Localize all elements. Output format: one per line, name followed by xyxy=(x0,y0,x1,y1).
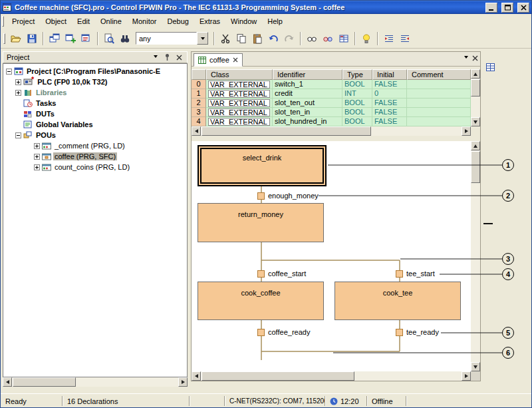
maximize-button[interactable] xyxy=(501,3,513,13)
editor-close-icon[interactable] xyxy=(472,55,478,61)
expand-icon[interactable] xyxy=(34,154,40,160)
expand-icon[interactable] xyxy=(15,90,21,96)
minimize-button[interactable] xyxy=(485,3,497,13)
redo-button[interactable] xyxy=(281,31,297,47)
cell-class[interactable]: VAR_EXTERNAL xyxy=(206,117,273,126)
class-value[interactable]: VAR_EXTERNAL xyxy=(208,99,270,107)
class-value[interactable]: VAR_EXTERNAL xyxy=(208,81,270,89)
tab-close-icon[interactable] xyxy=(233,57,238,63)
sfc-hscrollbar[interactable] xyxy=(192,371,471,381)
cell-comment[interactable] xyxy=(407,80,471,89)
cell-comment[interactable] xyxy=(407,89,471,99)
menu-object[interactable]: Object xyxy=(40,15,72,27)
open-button[interactable] xyxy=(8,31,24,47)
scroll-left-button[interactable] xyxy=(3,377,12,387)
tree-item-tasks[interactable]: Tasks xyxy=(3,98,187,108)
cell-type[interactable]: BOOL xyxy=(342,117,372,126)
sfc-step-cook-tee[interactable]: cook_tee xyxy=(334,282,461,320)
cell-identifier[interactable]: slot_ten_out xyxy=(273,99,342,108)
tree-item-pou-coffee[interactable]: coffee (PRG, SFC) xyxy=(3,151,187,162)
cell-type[interactable]: INT xyxy=(342,89,372,99)
table-row[interactable]: 0 VAR_EXTERNAL switch_1 BOOL FALSE xyxy=(192,80,471,89)
row-number[interactable]: 4 xyxy=(192,117,206,126)
cell-initial[interactable]: FALSE xyxy=(372,80,407,89)
header-initial[interactable]: Initial xyxy=(372,69,407,80)
header-identifier[interactable]: Identifier xyxy=(273,69,342,80)
panel-pin-button[interactable] xyxy=(163,53,172,62)
cell-initial[interactable]: 0 xyxy=(372,89,407,99)
scroll-down-button[interactable] xyxy=(471,117,480,126)
cell-identifier[interactable]: switch_1 xyxy=(273,80,342,89)
cell-initial[interactable]: FALSE xyxy=(372,117,407,126)
row-number[interactable]: 0 xyxy=(192,80,206,89)
scroll-left-button[interactable] xyxy=(192,371,201,381)
menubar-grip[interactable] xyxy=(2,16,4,27)
menu-window[interactable]: Window xyxy=(225,15,262,27)
tree-hscrollbar[interactable] xyxy=(3,377,188,387)
titlebar[interactable]: Coffee machine (SFC).pro - Control FPWIN… xyxy=(1,1,531,14)
header-class[interactable]: Class xyxy=(206,69,273,80)
tree-item-duts[interactable]: DUTs xyxy=(3,108,187,119)
table-row[interactable]: 4 VAR_EXTERNAL slot_hundred_in BOOL FALS… xyxy=(192,117,471,126)
scroll-thumb[interactable] xyxy=(471,151,480,183)
panel-menu-button[interactable] xyxy=(151,53,160,62)
class-value[interactable]: VAR_EXTERNAL xyxy=(208,118,270,126)
print-preview-button[interactable] xyxy=(101,31,117,47)
cell-type[interactable]: BOOL xyxy=(342,108,372,117)
tab-list-chevron-icon[interactable] xyxy=(464,56,468,61)
cell-initial[interactable]: FALSE xyxy=(372,108,407,117)
sfc-transition-enough-money[interactable] xyxy=(257,192,265,200)
panel-close-button[interactable] xyxy=(175,53,184,62)
cell-type[interactable]: BOOL xyxy=(342,80,372,89)
cell-class[interactable]: VAR_EXTERNAL xyxy=(206,80,273,89)
scroll-right-button[interactable] xyxy=(178,377,188,387)
menu-extras[interactable]: Extras xyxy=(194,15,225,27)
scroll-right-button[interactable] xyxy=(462,371,471,381)
cell-class[interactable]: VAR_EXTERNAL xyxy=(206,108,273,117)
collapse-icon[interactable] xyxy=(6,69,12,75)
indent-button[interactable] xyxy=(397,31,413,47)
close-button[interactable] xyxy=(517,3,529,13)
table-row[interactable]: 2 VAR_EXTERNAL slot_ten_out BOOL FALSE xyxy=(192,99,471,108)
table-row[interactable]: 3 VAR_EXTERNAL slot_ten_in BOOL FALSE xyxy=(192,108,471,117)
tab-coffee[interactable]: coffee xyxy=(194,53,243,67)
cell-identifier[interactable]: slot_hundred_in xyxy=(273,117,342,126)
tree-item-global-variables[interactable]: Global Variables xyxy=(3,119,187,130)
menu-debug[interactable]: Debug xyxy=(162,15,194,27)
cell-comment[interactable] xyxy=(407,99,471,108)
outdent-button[interactable] xyxy=(381,31,397,47)
toolbar-grip[interactable] xyxy=(3,33,5,44)
combo-dropdown-button[interactable] xyxy=(197,32,208,45)
tree-item-plc[interactable]: * PLC (FP0 10,0k T32) xyxy=(3,77,187,87)
scroll-left-button[interactable] xyxy=(192,126,201,136)
cell-identifier[interactable]: slot_ten_in xyxy=(273,108,342,117)
sfc-transition-coffee-ready[interactable] xyxy=(257,329,265,336)
header-type[interactable]: Type xyxy=(342,69,372,80)
scroll-up-button[interactable] xyxy=(471,141,480,150)
row-number[interactable]: 1 xyxy=(192,89,206,99)
menu-online[interactable]: Online xyxy=(95,15,127,27)
sfc-step-cook-coffee[interactable]: cook_coffee xyxy=(198,282,324,320)
tree-item-libraries[interactable]: Libraries xyxy=(3,87,187,98)
sfc-transition-tee-start[interactable] xyxy=(396,270,403,278)
window-list-button[interactable] xyxy=(78,31,94,47)
type-filter-input[interactable] xyxy=(136,32,197,45)
window-new-button[interactable] xyxy=(63,31,78,47)
scroll-thumb[interactable] xyxy=(471,79,480,97)
cut-button[interactable] xyxy=(217,31,233,47)
tree-item-pou-comment[interactable]: _comment (PRG, LD) xyxy=(3,140,187,151)
table-row[interactable]: 1 VAR_EXTERNAL credit INT 0 xyxy=(192,89,471,99)
class-value[interactable]: VAR_EXTERNAL xyxy=(208,108,270,116)
cell-class[interactable]: VAR_EXTERNAL xyxy=(206,99,273,108)
window-stack-button[interactable] xyxy=(47,31,63,47)
collapse-icon[interactable] xyxy=(15,132,21,138)
menu-help[interactable]: Help xyxy=(262,15,288,27)
find-button[interactable] xyxy=(117,31,133,47)
cell-type[interactable]: BOOL xyxy=(342,99,372,108)
scroll-down-button[interactable] xyxy=(471,362,480,371)
sfc-transition-tee-ready[interactable] xyxy=(396,329,403,336)
header-comment[interactable]: Comment xyxy=(407,69,471,80)
expand-icon[interactable] xyxy=(34,164,40,170)
copy-button[interactable] xyxy=(233,31,249,47)
row-number[interactable]: 2 xyxy=(192,99,206,108)
